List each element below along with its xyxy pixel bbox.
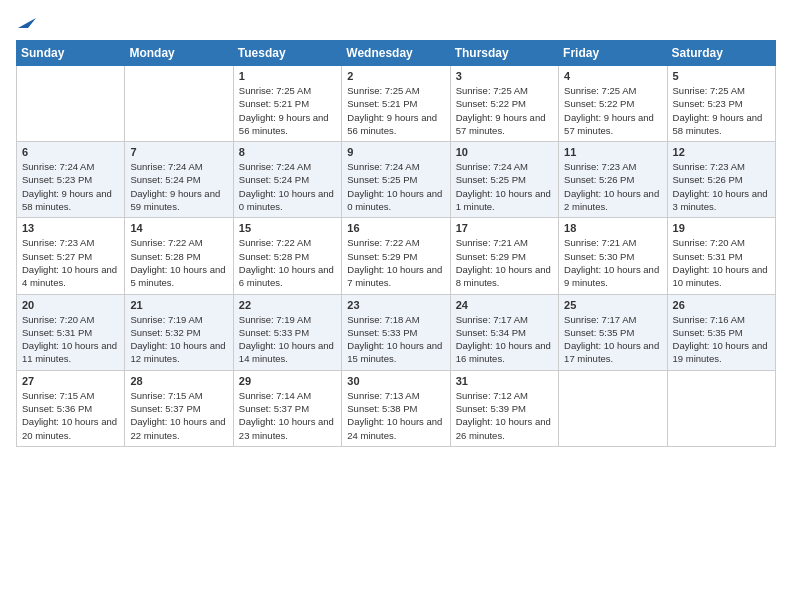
calendar-cell: 8Sunrise: 7:24 AM Sunset: 5:24 PM Daylig… [233, 142, 341, 218]
calendar-cell: 11Sunrise: 7:23 AM Sunset: 5:26 PM Dayli… [559, 142, 667, 218]
day-number: 11 [564, 146, 661, 158]
day-info: Sunrise: 7:23 AM Sunset: 5:26 PM Dayligh… [564, 160, 661, 213]
day-info: Sunrise: 7:23 AM Sunset: 5:27 PM Dayligh… [22, 236, 119, 289]
day-info: Sunrise: 7:24 AM Sunset: 5:24 PM Dayligh… [130, 160, 227, 213]
day-info: Sunrise: 7:24 AM Sunset: 5:25 PM Dayligh… [347, 160, 444, 213]
calendar-week-row: 6Sunrise: 7:24 AM Sunset: 5:23 PM Daylig… [17, 142, 776, 218]
column-header-tuesday: Tuesday [233, 41, 341, 66]
day-number: 31 [456, 375, 553, 387]
day-info: Sunrise: 7:19 AM Sunset: 5:32 PM Dayligh… [130, 313, 227, 366]
calendar-cell: 7Sunrise: 7:24 AM Sunset: 5:24 PM Daylig… [125, 142, 233, 218]
column-header-sunday: Sunday [17, 41, 125, 66]
calendar-cell: 4Sunrise: 7:25 AM Sunset: 5:22 PM Daylig… [559, 66, 667, 142]
calendar-cell [559, 370, 667, 446]
calendar-cell [667, 370, 775, 446]
day-info: Sunrise: 7:24 AM Sunset: 5:23 PM Dayligh… [22, 160, 119, 213]
calendar-cell: 21Sunrise: 7:19 AM Sunset: 5:32 PM Dayli… [125, 294, 233, 370]
day-number: 27 [22, 375, 119, 387]
calendar-cell: 10Sunrise: 7:24 AM Sunset: 5:25 PM Dayli… [450, 142, 558, 218]
day-number: 9 [347, 146, 444, 158]
calendar-cell: 22Sunrise: 7:19 AM Sunset: 5:33 PM Dayli… [233, 294, 341, 370]
day-number: 26 [673, 299, 770, 311]
day-info: Sunrise: 7:15 AM Sunset: 5:36 PM Dayligh… [22, 389, 119, 442]
calendar-table: SundayMondayTuesdayWednesdayThursdayFrid… [16, 40, 776, 447]
day-number: 6 [22, 146, 119, 158]
day-info: Sunrise: 7:22 AM Sunset: 5:29 PM Dayligh… [347, 236, 444, 289]
calendar-cell: 23Sunrise: 7:18 AM Sunset: 5:33 PM Dayli… [342, 294, 450, 370]
calendar-cell: 31Sunrise: 7:12 AM Sunset: 5:39 PM Dayli… [450, 370, 558, 446]
column-header-wednesday: Wednesday [342, 41, 450, 66]
day-number: 7 [130, 146, 227, 158]
day-number: 17 [456, 222, 553, 234]
svg-marker-0 [18, 18, 36, 28]
day-number: 24 [456, 299, 553, 311]
calendar-cell: 9Sunrise: 7:24 AM Sunset: 5:25 PM Daylig… [342, 142, 450, 218]
calendar-cell [125, 66, 233, 142]
day-number: 22 [239, 299, 336, 311]
day-number: 16 [347, 222, 444, 234]
day-number: 28 [130, 375, 227, 387]
calendar-cell: 5Sunrise: 7:25 AM Sunset: 5:23 PM Daylig… [667, 66, 775, 142]
calendar-cell: 19Sunrise: 7:20 AM Sunset: 5:31 PM Dayli… [667, 218, 775, 294]
column-header-saturday: Saturday [667, 41, 775, 66]
day-number: 23 [347, 299, 444, 311]
day-number: 30 [347, 375, 444, 387]
day-info: Sunrise: 7:18 AM Sunset: 5:33 PM Dayligh… [347, 313, 444, 366]
day-number: 29 [239, 375, 336, 387]
day-info: Sunrise: 7:17 AM Sunset: 5:34 PM Dayligh… [456, 313, 553, 366]
day-number: 15 [239, 222, 336, 234]
day-number: 8 [239, 146, 336, 158]
day-number: 13 [22, 222, 119, 234]
calendar-cell: 29Sunrise: 7:14 AM Sunset: 5:37 PM Dayli… [233, 370, 341, 446]
column-header-friday: Friday [559, 41, 667, 66]
day-info: Sunrise: 7:21 AM Sunset: 5:30 PM Dayligh… [564, 236, 661, 289]
day-info: Sunrise: 7:25 AM Sunset: 5:21 PM Dayligh… [347, 84, 444, 137]
calendar-cell: 16Sunrise: 7:22 AM Sunset: 5:29 PM Dayli… [342, 218, 450, 294]
day-info: Sunrise: 7:22 AM Sunset: 5:28 PM Dayligh… [239, 236, 336, 289]
calendar-cell: 27Sunrise: 7:15 AM Sunset: 5:36 PM Dayli… [17, 370, 125, 446]
calendar-cell: 14Sunrise: 7:22 AM Sunset: 5:28 PM Dayli… [125, 218, 233, 294]
calendar-cell: 17Sunrise: 7:21 AM Sunset: 5:29 PM Dayli… [450, 218, 558, 294]
day-info: Sunrise: 7:20 AM Sunset: 5:31 PM Dayligh… [673, 236, 770, 289]
day-number: 20 [22, 299, 119, 311]
day-info: Sunrise: 7:24 AM Sunset: 5:24 PM Dayligh… [239, 160, 336, 213]
calendar-cell: 12Sunrise: 7:23 AM Sunset: 5:26 PM Dayli… [667, 142, 775, 218]
day-number: 1 [239, 70, 336, 82]
day-info: Sunrise: 7:12 AM Sunset: 5:39 PM Dayligh… [456, 389, 553, 442]
calendar-cell: 6Sunrise: 7:24 AM Sunset: 5:23 PM Daylig… [17, 142, 125, 218]
day-info: Sunrise: 7:25 AM Sunset: 5:22 PM Dayligh… [456, 84, 553, 137]
day-info: Sunrise: 7:20 AM Sunset: 5:31 PM Dayligh… [22, 313, 119, 366]
calendar-cell: 24Sunrise: 7:17 AM Sunset: 5:34 PM Dayli… [450, 294, 558, 370]
day-info: Sunrise: 7:25 AM Sunset: 5:21 PM Dayligh… [239, 84, 336, 137]
day-number: 18 [564, 222, 661, 234]
day-number: 21 [130, 299, 227, 311]
day-info: Sunrise: 7:21 AM Sunset: 5:29 PM Dayligh… [456, 236, 553, 289]
day-info: Sunrise: 7:25 AM Sunset: 5:22 PM Dayligh… [564, 84, 661, 137]
day-info: Sunrise: 7:14 AM Sunset: 5:37 PM Dayligh… [239, 389, 336, 442]
calendar-week-row: 20Sunrise: 7:20 AM Sunset: 5:31 PM Dayli… [17, 294, 776, 370]
day-number: 25 [564, 299, 661, 311]
day-number: 4 [564, 70, 661, 82]
calendar-cell: 18Sunrise: 7:21 AM Sunset: 5:30 PM Dayli… [559, 218, 667, 294]
calendar-cell: 30Sunrise: 7:13 AM Sunset: 5:38 PM Dayli… [342, 370, 450, 446]
calendar-cell: 20Sunrise: 7:20 AM Sunset: 5:31 PM Dayli… [17, 294, 125, 370]
day-number: 14 [130, 222, 227, 234]
day-number: 12 [673, 146, 770, 158]
calendar-cell: 25Sunrise: 7:17 AM Sunset: 5:35 PM Dayli… [559, 294, 667, 370]
day-info: Sunrise: 7:25 AM Sunset: 5:23 PM Dayligh… [673, 84, 770, 137]
calendar-week-row: 13Sunrise: 7:23 AM Sunset: 5:27 PM Dayli… [17, 218, 776, 294]
calendar-week-row: 1Sunrise: 7:25 AM Sunset: 5:21 PM Daylig… [17, 66, 776, 142]
day-number: 2 [347, 70, 444, 82]
day-info: Sunrise: 7:13 AM Sunset: 5:38 PM Dayligh… [347, 389, 444, 442]
calendar-cell: 1Sunrise: 7:25 AM Sunset: 5:21 PM Daylig… [233, 66, 341, 142]
calendar-cell: 3Sunrise: 7:25 AM Sunset: 5:22 PM Daylig… [450, 66, 558, 142]
logo-bird-icon [18, 14, 36, 30]
day-number: 5 [673, 70, 770, 82]
day-info: Sunrise: 7:15 AM Sunset: 5:37 PM Dayligh… [130, 389, 227, 442]
calendar-week-row: 27Sunrise: 7:15 AM Sunset: 5:36 PM Dayli… [17, 370, 776, 446]
day-number: 3 [456, 70, 553, 82]
day-info: Sunrise: 7:24 AM Sunset: 5:25 PM Dayligh… [456, 160, 553, 213]
column-header-thursday: Thursday [450, 41, 558, 66]
column-header-monday: Monday [125, 41, 233, 66]
page-header [16, 16, 776, 30]
